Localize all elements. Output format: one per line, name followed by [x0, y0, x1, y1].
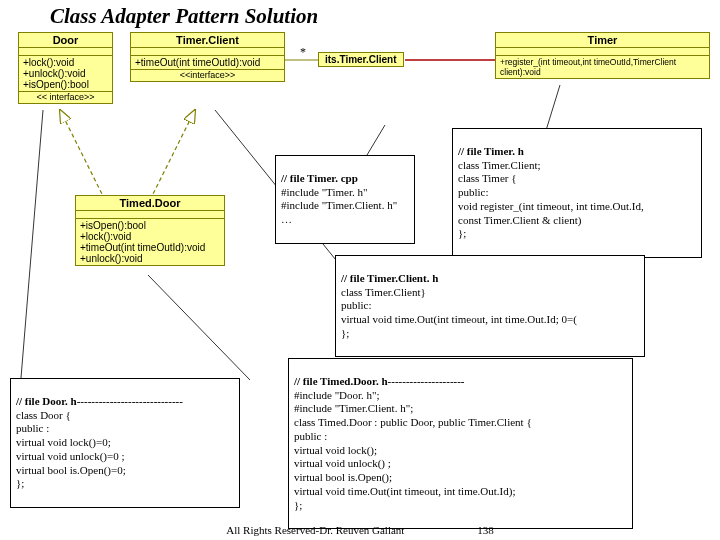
- svg-line-0: [60, 110, 105, 200]
- multiplicity-star: *: [300, 45, 306, 60]
- footer: All Rights Reserved-Dr. Reuven Gallant 1…: [0, 524, 720, 536]
- uml-timer-client-attrs: [131, 48, 284, 56]
- code-timer-cpp-body: #include "Timer. h" #include "Timer.Clie…: [281, 186, 409, 227]
- uml-timed-door-name: Timed.Door: [76, 196, 224, 211]
- uml-timer-attrs: [496, 48, 709, 56]
- code-timed-door-h-body: #include "Door. h"; #include "Timer.Clie…: [294, 389, 627, 513]
- code-box-timer-client-h: // file Timer.Client. h class Timer.Clie…: [335, 255, 645, 357]
- page-number: 138: [477, 524, 494, 536]
- uml-timer-ops: +register_(int timeout,int timeOutId,Tim…: [496, 56, 709, 78]
- code-box-timer-cpp: // file Timer. cpp #include "Timer. h" #…: [275, 155, 415, 244]
- uml-class-timed-door: Timed.Door +isOpen():bool +lock():void +…: [75, 195, 225, 266]
- uml-timed-door-attrs: [76, 211, 224, 219]
- code-timer-cpp-hdr: // file Timer. cpp: [281, 172, 358, 184]
- footer-copyright: All Rights Reserved-Dr. Reuven Gallant: [226, 524, 404, 536]
- uml-timer-name: Timer: [496, 33, 709, 48]
- uml-timer-client-ops: +timeOut(int timeOutId):void: [131, 56, 284, 70]
- code-timed-door-h-hdr: // file Timed.Door. h-------------------…: [294, 375, 465, 387]
- code-timer-client-h-body: class Timer.Client} public: virtual void…: [341, 286, 639, 341]
- svg-line-5: [20, 110, 43, 390]
- uml-timer-client-stereo: <<interface>>: [131, 70, 284, 81]
- code-timer-h-body: class Timer.Client; class Timer { public…: [458, 159, 696, 242]
- uml-timer-client-name: Timer.Client: [131, 33, 284, 48]
- uml-class-timer: Timer +register_(int timeout,int timeOut…: [495, 32, 710, 79]
- uml-class-timer-client: Timer.Client +timeOut(int timeOutId):voi…: [130, 32, 285, 82]
- code-door-h-body: class Door { public : virtual void lock(…: [16, 409, 234, 492]
- page-title: Class Adapter Pattern Solution: [50, 4, 318, 29]
- uml-door-attrs: [19, 48, 112, 56]
- code-box-timer-h: // file Timer. h class Timer.Client; cla…: [452, 128, 702, 258]
- uml-door-name: Door: [19, 33, 112, 48]
- uml-door-ops: +lock():void +unlock():void +isOpen():bo…: [19, 56, 112, 92]
- code-box-door-h: // file Door. h-------------------------…: [10, 378, 240, 508]
- uml-timed-door-ops: +isOpen():bool +lock():void +timeOut(int…: [76, 219, 224, 265]
- svg-line-4: [148, 275, 250, 380]
- code-door-h-hdr: // file Door. h-------------------------…: [16, 395, 183, 407]
- code-box-timed-door-h: // file Timed.Door. h-------------------…: [288, 358, 633, 529]
- code-timer-h-hdr: // file Timer. h: [458, 145, 524, 157]
- uml-its-timer-client: its.Timer.Client: [318, 52, 404, 67]
- svg-line-1: [150, 110, 195, 200]
- uml-class-door: Door +lock():void +unlock():void +isOpen…: [18, 32, 113, 104]
- code-timer-client-h-hdr: // file Timer.Client. h: [341, 272, 438, 284]
- uml-door-stereo: << interface>>: [19, 92, 112, 103]
